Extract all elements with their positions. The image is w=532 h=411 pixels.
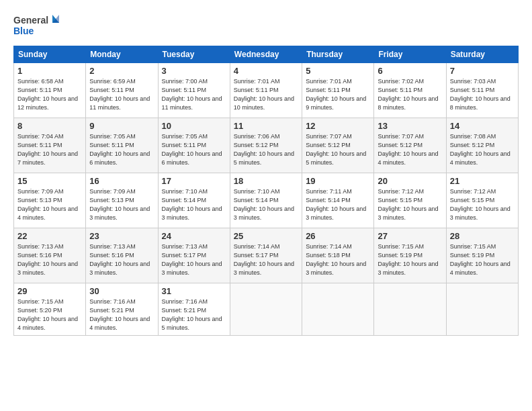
day-info: Sunrise: 6:58 AMSunset: 5:11 PMDaylight:… [17,77,82,112]
calendar-cell: 14Sunrise: 7:08 AMSunset: 5:12 PMDayligh… [446,118,518,173]
day-info: Sunrise: 7:03 AMSunset: 5:11 PMDaylight:… [450,77,515,112]
day-info: Sunrise: 7:05 AMSunset: 5:11 PMDaylight:… [162,132,226,167]
calendar-cell: 27Sunrise: 7:15 AMSunset: 5:19 PMDayligh… [374,228,446,283]
day-number: 12 [306,121,370,131]
logo-svg: General Blue [13,12,60,38]
day-info: Sunrise: 7:12 AMSunset: 5:15 PMDaylight:… [450,187,515,222]
day-info: Sunrise: 6:59 AMSunset: 5:11 PMDaylight:… [89,77,154,112]
calendar-cell [374,283,446,336]
calendar-cell: 26Sunrise: 7:14 AMSunset: 5:18 PMDayligh… [302,228,374,283]
day-number: 23 [89,231,154,241]
day-number: 17 [162,176,226,186]
weekday-header-sunday: Sunday [14,46,86,63]
calendar-cell: 22Sunrise: 7:13 AMSunset: 5:16 PMDayligh… [14,228,86,283]
day-info: Sunrise: 7:09 AMSunset: 5:13 PMDaylight:… [89,187,154,222]
calendar-week-row: 29Sunrise: 7:15 AMSunset: 5:20 PMDayligh… [14,283,519,336]
calendar-cell: 28Sunrise: 7:15 AMSunset: 5:19 PMDayligh… [446,228,518,283]
day-info: Sunrise: 7:07 AMSunset: 5:12 PMDaylight:… [306,132,370,167]
calendar-page: General Blue SundayMondayTuesdayWednesda… [0,0,532,411]
weekday-header-saturday: Saturday [446,46,518,63]
day-info: Sunrise: 7:15 AMSunset: 5:19 PMDaylight:… [450,242,515,277]
day-number: 8 [17,121,82,131]
calendar-cell: 25Sunrise: 7:14 AMSunset: 5:17 PMDayligh… [230,228,302,283]
calendar-week-row: 22Sunrise: 7:13 AMSunset: 5:16 PMDayligh… [14,228,519,283]
weekday-header-monday: Monday [86,46,158,63]
calendar-cell: 2Sunrise: 6:59 AMSunset: 5:11 PMDaylight… [86,63,158,118]
calendar-cell: 30Sunrise: 7:16 AMSunset: 5:21 PMDayligh… [86,283,158,336]
day-number: 25 [234,231,298,241]
day-number: 9 [89,121,154,131]
day-number: 24 [162,231,226,241]
page-header: General Blue [13,12,519,38]
calendar-cell [302,283,374,336]
day-number: 28 [450,231,515,241]
calendar-week-row: 15Sunrise: 7:09 AMSunset: 5:13 PMDayligh… [14,173,519,228]
calendar-week-row: 8Sunrise: 7:04 AMSunset: 5:11 PMDaylight… [14,118,519,173]
calendar-cell: 17Sunrise: 7:10 AMSunset: 5:14 PMDayligh… [158,173,230,228]
calendar-cell: 24Sunrise: 7:13 AMSunset: 5:17 PMDayligh… [158,228,230,283]
day-number: 2 [89,66,154,76]
calendar-cell: 18Sunrise: 7:10 AMSunset: 5:14 PMDayligh… [230,173,302,228]
day-number: 5 [306,66,370,76]
calendar-cell: 9Sunrise: 7:05 AMSunset: 5:11 PMDaylight… [86,118,158,173]
calendar-cell: 10Sunrise: 7:05 AMSunset: 5:11 PMDayligh… [158,118,230,173]
day-info: Sunrise: 7:07 AMSunset: 5:12 PMDaylight:… [378,132,442,167]
day-number: 14 [450,121,515,131]
day-number: 26 [306,231,370,241]
day-info: Sunrise: 7:00 AMSunset: 5:11 PMDaylight:… [162,77,226,112]
day-number: 1 [17,66,82,76]
day-info: Sunrise: 7:14 AMSunset: 5:18 PMDaylight:… [306,242,370,277]
calendar-cell: 12Sunrise: 7:07 AMSunset: 5:12 PMDayligh… [302,118,374,173]
day-info: Sunrise: 7:14 AMSunset: 5:17 PMDaylight:… [234,242,298,277]
weekday-header-friday: Friday [374,46,446,63]
calendar-cell: 3Sunrise: 7:00 AMSunset: 5:11 PMDaylight… [158,63,230,118]
day-info: Sunrise: 7:09 AMSunset: 5:13 PMDaylight:… [17,187,82,222]
day-info: Sunrise: 7:10 AMSunset: 5:14 PMDaylight:… [162,187,226,222]
calendar-cell: 31Sunrise: 7:16 AMSunset: 5:21 PMDayligh… [158,283,230,336]
calendar-cell: 8Sunrise: 7:04 AMSunset: 5:11 PMDaylight… [14,118,86,173]
day-info: Sunrise: 7:08 AMSunset: 5:12 PMDaylight:… [450,132,515,167]
calendar-week-row: 1Sunrise: 6:58 AMSunset: 5:11 PMDaylight… [14,63,519,118]
weekday-header-thursday: Thursday [302,46,374,63]
calendar-cell: 7Sunrise: 7:03 AMSunset: 5:11 PMDaylight… [446,63,518,118]
calendar-cell: 1Sunrise: 6:58 AMSunset: 5:11 PMDaylight… [14,63,86,118]
calendar-cell: 16Sunrise: 7:09 AMSunset: 5:13 PMDayligh… [86,173,158,228]
day-info: Sunrise: 7:11 AMSunset: 5:14 PMDaylight:… [306,187,370,222]
day-number: 10 [162,121,226,131]
day-info: Sunrise: 7:15 AMSunset: 5:19 PMDaylight:… [378,242,442,277]
day-number: 11 [234,121,298,131]
day-number: 16 [89,176,154,186]
calendar-cell: 4Sunrise: 7:01 AMSunset: 5:11 PMDaylight… [230,63,302,118]
calendar-cell: 6Sunrise: 7:02 AMSunset: 5:11 PMDaylight… [374,63,446,118]
day-info: Sunrise: 7:05 AMSunset: 5:11 PMDaylight:… [89,132,154,167]
day-number: 15 [17,176,82,186]
day-info: Sunrise: 7:01 AMSunset: 5:11 PMDaylight:… [234,77,298,112]
calendar-cell: 21Sunrise: 7:12 AMSunset: 5:15 PMDayligh… [446,173,518,228]
day-info: Sunrise: 7:15 AMSunset: 5:20 PMDaylight:… [17,298,82,332]
svg-text:Blue: Blue [13,26,34,36]
day-info: Sunrise: 7:13 AMSunset: 5:16 PMDaylight:… [89,242,154,277]
day-number: 18 [234,176,298,186]
day-info: Sunrise: 7:12 AMSunset: 5:15 PMDaylight:… [378,187,442,222]
calendar-table: SundayMondayTuesdayWednesdayThursdayFrid… [13,46,519,336]
day-number: 30 [89,286,154,296]
day-number: 4 [234,66,298,76]
calendar-cell [230,283,302,336]
day-number: 29 [17,286,82,296]
calendar-cell: 5Sunrise: 7:01 AMSunset: 5:11 PMDaylight… [302,63,374,118]
day-number: 6 [378,66,442,76]
day-number: 22 [17,231,82,241]
calendar-cell [446,283,518,336]
weekday-header-row: SundayMondayTuesdayWednesdayThursdayFrid… [14,46,519,63]
weekday-header-tuesday: Tuesday [158,46,230,63]
calendar-cell: 11Sunrise: 7:06 AMSunset: 5:12 PMDayligh… [230,118,302,173]
day-info: Sunrise: 7:13 AMSunset: 5:17 PMDaylight:… [162,242,226,277]
day-number: 13 [378,121,442,131]
logo: General Blue [13,12,60,38]
day-number: 19 [306,176,370,186]
calendar-cell: 23Sunrise: 7:13 AMSunset: 5:16 PMDayligh… [86,228,158,283]
calendar-cell: 19Sunrise: 7:11 AMSunset: 5:14 PMDayligh… [302,173,374,228]
day-info: Sunrise: 7:13 AMSunset: 5:16 PMDaylight:… [17,242,82,277]
calendar-cell: 29Sunrise: 7:15 AMSunset: 5:20 PMDayligh… [14,283,86,336]
day-info: Sunrise: 7:02 AMSunset: 5:11 PMDaylight:… [378,77,442,112]
